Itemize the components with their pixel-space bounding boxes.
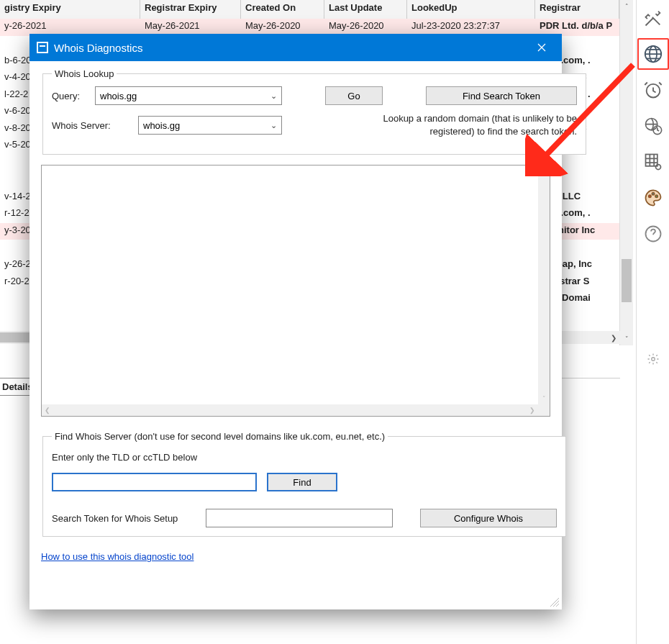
palette-icon[interactable] xyxy=(637,182,669,214)
table-cell: May-26-2021 xyxy=(140,19,241,36)
tld-input[interactable] xyxy=(52,473,257,491)
table-header-row: gistry Expiry Registrar Expiry Created O… xyxy=(0,0,619,19)
col-registrar[interactable]: Registrar xyxy=(535,0,619,19)
find-whois-server-legend: Find Whois Server (don't use for second … xyxy=(52,431,388,442)
search-token-label: Search Token for Whois Setup xyxy=(52,513,196,524)
scroll-up-icon[interactable]: ˄ xyxy=(538,165,550,177)
search-token-input[interactable] xyxy=(206,509,393,527)
scroll-left-icon[interactable]: ❮ xyxy=(42,404,53,416)
globe-whois-icon[interactable] xyxy=(637,38,669,70)
find-whois-server-group: Find Whois Server (don't use for second … xyxy=(42,431,566,537)
query-input[interactable] xyxy=(95,86,282,105)
scroll-down-icon[interactable]: ˅ xyxy=(620,332,633,345)
configure-whois-button[interactable]: Configure Whois xyxy=(420,509,557,527)
whois-lookup-group: Whois Lookup Query: ⌄ Go Find Search Tok… xyxy=(42,68,586,155)
resize-grip-icon[interactable] xyxy=(549,597,559,607)
col-last-update[interactable]: Last Update xyxy=(324,0,407,19)
svg-rect-5 xyxy=(645,155,657,166)
svg-point-8 xyxy=(652,193,654,195)
gear-icon[interactable] xyxy=(647,353,660,368)
find-search-token-button[interactable]: Find Search Token xyxy=(426,86,577,105)
tld-instruction-label: Enter only the TLD or ccTLD below xyxy=(52,452,557,463)
whois-output-textarea[interactable]: ˄ ˅ ❮ ❯ xyxy=(41,165,550,417)
scroll-right-icon[interactable]: ❯ xyxy=(607,331,620,344)
close-button[interactable] xyxy=(526,34,558,61)
chevron-down-icon[interactable]: ⌄ xyxy=(265,87,281,104)
table-cell: Jul-23-2020 23:27:37 xyxy=(407,19,535,36)
svg-point-11 xyxy=(651,358,655,361)
svg-point-6 xyxy=(655,165,660,170)
output-vertical-scrollbar[interactable]: ˄ ˅ xyxy=(538,165,550,404)
table-cell: May-26-2020 xyxy=(324,19,407,36)
whois-lookup-legend: Whois Lookup xyxy=(52,68,117,79)
table-cell: May-26-2020 xyxy=(241,19,324,36)
whois-server-input[interactable] xyxy=(138,116,282,135)
go-button[interactable]: Go xyxy=(325,86,383,105)
chevron-down-icon[interactable]: ⌄ xyxy=(265,117,281,134)
grid-gear-icon[interactable] xyxy=(637,146,669,178)
table-row[interactable]: y-26-2021May-26-2021May-26-2020May-26-20… xyxy=(0,19,619,36)
query-label: Query: xyxy=(52,91,95,101)
alarm-clock-icon[interactable] xyxy=(637,74,669,106)
col-lookedup[interactable]: LookedUp xyxy=(407,0,535,19)
svg-point-9 xyxy=(655,195,657,197)
help-icon[interactable] xyxy=(637,218,669,250)
scroll-up-icon[interactable]: ˄ xyxy=(620,0,633,13)
col-registry-expiry[interactable]: gistry Expiry xyxy=(0,0,140,19)
dialog-titlebar[interactable]: Whois Diagnostics xyxy=(29,34,562,61)
scroll-right-icon[interactable]: ❯ xyxy=(527,404,538,416)
output-horizontal-scrollbar[interactable]: ❮ ❯ xyxy=(42,404,550,416)
scroll-down-icon[interactable]: ˅ xyxy=(538,393,550,404)
find-button[interactable]: Find xyxy=(267,473,337,491)
svg-point-7 xyxy=(648,195,650,197)
vertical-scrollbar[interactable]: ˄ ˅ xyxy=(620,0,633,345)
col-created-on[interactable]: Created On xyxy=(241,0,324,19)
help-link[interactable]: How to use this whois diagnostic tool xyxy=(41,551,194,562)
scrollbar-thumb[interactable] xyxy=(622,259,632,302)
whois-diagnostics-dialog: Whois Diagnostics Whois Lookup Query: ⌄ … xyxy=(29,34,562,609)
search-token-hint: Lookup a random domain (that is unlikely… xyxy=(361,112,577,138)
col-registrar-expiry[interactable]: Registrar Expiry xyxy=(140,0,241,19)
right-tool-strip xyxy=(636,0,669,644)
tools-icon[interactable] xyxy=(637,2,669,34)
table-cell: PDR Ltd. d/b/a P xyxy=(535,19,619,36)
whois-server-label: Whois Server: xyxy=(52,120,138,131)
globe-clock-icon[interactable] xyxy=(637,110,669,142)
close-icon xyxy=(537,43,546,52)
dialog-title: Whois Diagnostics xyxy=(54,42,142,54)
table-cell: y-26-2021 xyxy=(0,19,140,36)
window-icon xyxy=(37,42,48,53)
